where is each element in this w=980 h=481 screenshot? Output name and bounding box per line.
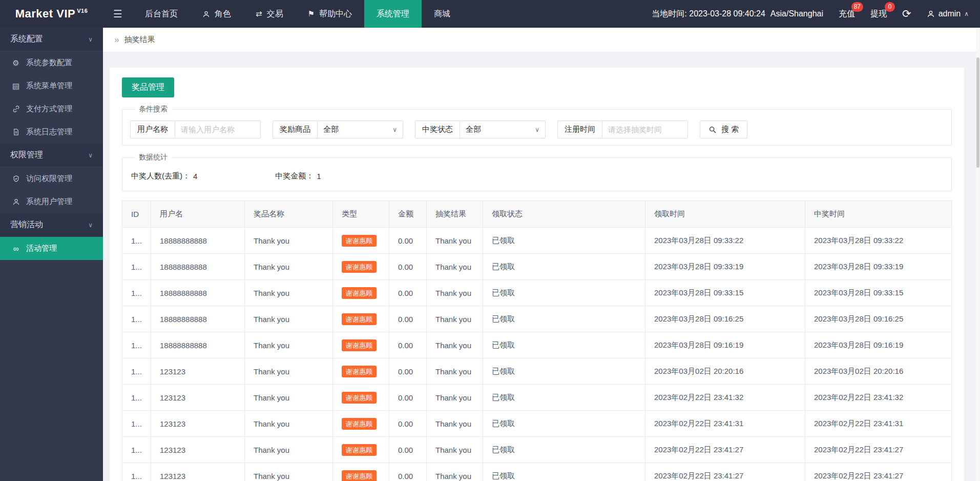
person-icon [927, 10, 935, 18]
type-badge: 谢谢惠顾 [342, 235, 377, 247]
nav-item-system-management[interactable]: 系统管理 [364, 0, 422, 28]
nav-item-dashboard[interactable]: 后台首页 [133, 0, 190, 28]
cell-claim_status: 已领取 [483, 463, 645, 481]
cell-claim_time: 2023年02月22日 23:41:27 [645, 437, 805, 463]
cell-type: 谢谢惠顾 [333, 228, 389, 254]
cell-prize: Thank you [245, 411, 333, 437]
cell-claim_status: 已领取 [483, 280, 645, 306]
sidebar-group-system-config[interactable]: 系统配置 ∨ [0, 28, 103, 51]
cell-prize: Thank you [245, 358, 333, 385]
column-header: 领取时间 [645, 201, 805, 228]
table-row: 1...123123Thank you谢谢惠顾0.00Thank you已领取2… [122, 385, 952, 411]
user-menu[interactable]: admin ∧ [927, 9, 969, 18]
sidebar-item-label: 活动管理 [26, 244, 57, 253]
table-row: 1...123123Thank you谢谢惠顾0.00Thank you已领取2… [122, 463, 952, 481]
cell-result: Thank you [427, 358, 483, 385]
page-scrollbar-thumb[interactable] [976, 57, 979, 168]
results-table-body: 1...18888888888Thank you谢谢惠顾0.00Thank yo… [122, 228, 952, 481]
hamburger-menu-icon[interactable]: ☰ [103, 0, 133, 28]
timezone-text: Asia/Shanghai [770, 9, 823, 18]
refresh-icon[interactable]: ⟳ [902, 8, 911, 20]
results-table-head: ID用户名奖品名称类型金额抽奖结果领取状态领取时间中奖时间 [122, 201, 952, 228]
cell-type: 谢谢惠顾 [333, 411, 389, 437]
table-row: 1...18888888888Thank you谢谢惠顾0.00Thank yo… [122, 306, 952, 332]
win-amount-value: 1 [317, 172, 321, 181]
column-header: 金额 [389, 201, 427, 228]
nav-item-transactions[interactable]: ⇄ 交易 [243, 0, 296, 28]
cell-prize: Thank you [245, 280, 333, 306]
sidebar-item-system-logs[interactable]: 系统日志管理 [0, 121, 103, 144]
cell-id: 1... [122, 306, 151, 332]
cell-prize: Thank you [245, 463, 333, 481]
chevron-up-icon: ∧ [964, 10, 969, 17]
person-icon [11, 198, 20, 206]
sidebar-item-access-permissions[interactable]: 访问权限管理 [0, 167, 103, 190]
sidebar-group-permissions[interactable]: 权限管理 ∨ [0, 144, 103, 167]
cell-win_time: 2023年02月22日 23:41:27 [805, 463, 952, 481]
sidebar-item-system-menu[interactable]: ▤ 系统菜单管理 [0, 74, 103, 97]
search-button-label: 搜 索 [721, 125, 739, 134]
cell-username: 18888888888 [151, 306, 245, 332]
withdraw-button[interactable]: 提现 0 [870, 9, 887, 19]
selected-value: 全部 [323, 125, 339, 134]
cell-win_time: 2023年02月22日 23:41:32 [805, 385, 952, 411]
nav-item-roles[interactable]: 角色 [190, 0, 243, 28]
type-badge: 谢谢惠顾 [342, 470, 377, 481]
table-row: 1...18888888888Thank you谢谢惠顾0.00Thank yo… [122, 332, 952, 358]
nav-item-help-center[interactable]: ⚑ 帮助中心 [296, 0, 364, 28]
chevron-down-icon: ∨ [392, 126, 397, 133]
cell-result: Thank you [427, 437, 483, 463]
cell-username: 18888888888 [151, 228, 245, 254]
chevron-down-icon: ∨ [535, 126, 539, 133]
prize-product-select[interactable]: 全部 ∨ [317, 121, 403, 138]
cell-id: 1... [122, 332, 151, 358]
cell-prize: Thank you [245, 332, 333, 358]
sidebar-item-system-params[interactable]: ⚙ 系统参数配置 [0, 51, 103, 74]
breadcrumb: » 抽奖结果 [103, 28, 980, 52]
username-input[interactable] [175, 121, 261, 138]
sidebar-item-payment-methods[interactable]: 支付方式管理 [0, 97, 103, 121]
recharge-button[interactable]: 充值 87 [839, 9, 855, 19]
nav-label: 交易 [267, 9, 283, 19]
win-status-select[interactable]: 全部 ∨ [460, 121, 546, 138]
breadcrumb-arrows-icon: » [114, 35, 119, 45]
cell-amount: 0.00 [389, 385, 427, 411]
page-title: 抽奖结果 [124, 35, 155, 45]
withdraw-count-badge: 0 [885, 2, 895, 12]
prize-management-button[interactable]: 奖品管理 [122, 77, 174, 97]
group-label: 系统配置 [10, 34, 43, 45]
cell-result: Thank you [427, 228, 483, 254]
sidebar-item-activity-management[interactable]: ∞ 活动管理 [0, 237, 103, 260]
cell-amount: 0.00 [389, 332, 427, 358]
recharge-count-badge: 87 [851, 2, 863, 12]
search-button[interactable]: 搜 索 [700, 121, 747, 138]
sidebar-group-marketing[interactable]: 营销活动 ∨ [0, 213, 103, 237]
page-scrollbar[interactable] [976, 28, 980, 481]
sidebar-item-system-users[interactable]: 系统用户管理 [0, 190, 103, 213]
nav-item-mall[interactable]: 商城 [422, 0, 463, 28]
column-header: ID [122, 201, 151, 228]
sidebar-item-label: 系统日志管理 [26, 127, 72, 137]
winners-count-label: 中奖人数(去重)： [131, 171, 190, 181]
nav-label: 商城 [434, 9, 450, 19]
cell-win_time: 2023年03月28日 09:16:19 [805, 332, 952, 358]
cell-win_time: 2023年02月22日 23:41:27 [805, 437, 952, 463]
cell-prize: Thank you [245, 385, 333, 411]
draw-time-input[interactable] [602, 121, 688, 138]
cell-type: 谢谢惠顾 [333, 332, 389, 358]
cell-id: 1... [122, 463, 151, 481]
cell-result: Thank you [427, 254, 483, 280]
topbar-right: 当地时间: 2023-03-28 09:40:24Asia/Shanghai 充… [652, 0, 980, 28]
cell-prize: Thank you [245, 437, 333, 463]
top-navigation: 后台首页 角色 ⇄ 交易 ⚑ 帮助中心 系统管理 商城 [133, 0, 463, 28]
app-logo: Market VIPV16 [0, 0, 103, 28]
nav-label: 帮助中心 [319, 9, 352, 19]
username-group: 用户名称 [130, 121, 261, 138]
stats-row: 中奖人数(去重)： 4 中奖金额： 1 [130, 169, 944, 184]
cell-amount: 0.00 [389, 280, 427, 306]
cell-claim_time: 2023年03月28日 09:33:19 [645, 254, 805, 280]
prize-product-group: 奖励商品 全部 ∨ [273, 121, 403, 138]
shield-check-icon [11, 175, 20, 183]
cell-username: 18888888888 [151, 254, 245, 280]
prize-product-field-label: 奖励商品 [273, 121, 317, 138]
